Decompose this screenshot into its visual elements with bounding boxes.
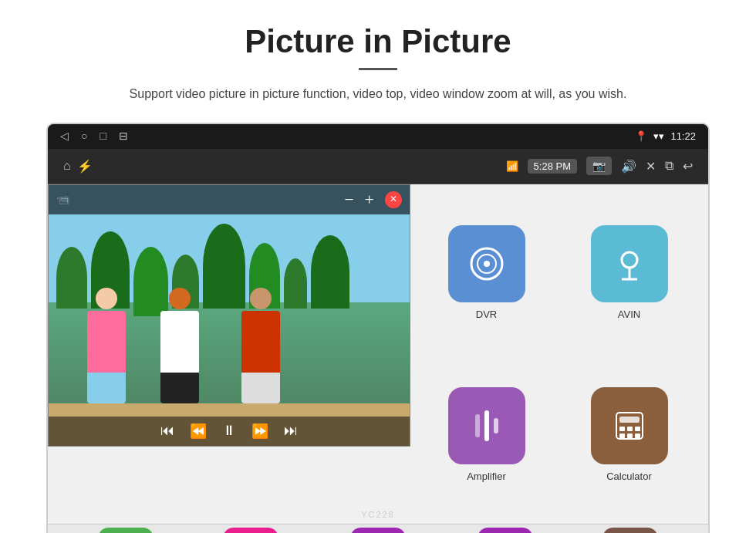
bottom-shelf: Netflix SiriusXM [48,524,708,533]
app-calculator[interactable]: Calculator [565,362,693,508]
svg-point-3 [622,252,637,268]
status-time: 11:22 [670,130,696,142]
pip-header: 📹 − + ✕ [49,185,410,214]
svg-rect-6 [475,414,480,437]
svg-rect-8 [494,418,498,433]
app-grid: DVR AVIN [407,184,708,524]
rewind-btn[interactable]: ⏪ [190,423,207,440]
page-subtitle: Support video picture in picture functio… [46,84,710,104]
shelf-siriusxm[interactable]: SiriusXM [223,528,278,533]
shelf-wheelkey[interactable]: Wheelkey Study [347,528,408,533]
shelf-amplifier[interactable]: Amplifier [478,528,533,533]
skip-next-btn[interactable]: ⏭ [284,423,298,439]
dvr-label: DVR [476,309,497,320]
wheelkey-shelf-icon [350,528,406,533]
pip-video-icon: 📹 [56,193,69,206]
pip-icon[interactable]: ⧉ [665,159,673,173]
skip-prev-btn[interactable]: ⏮ [160,423,174,439]
amplifier-icon [448,387,525,464]
svg-rect-14 [619,433,625,438]
car-time: 5:28 PM [528,159,577,174]
svg-rect-12 [627,427,633,431]
pip-plus-btn[interactable]: + [365,190,374,210]
app-dvr[interactable]: DVR [423,200,550,346]
calculator-shelf-icon [602,528,658,533]
video-person-1 [87,288,126,403]
video-controls: ⏮ ⏪ ⏸ ⏩ ⏭ [49,417,410,446]
car-nav-left: ⌂ ⚡ [63,159,93,174]
back-nav-icon[interactable]: ◁ [60,130,69,143]
page-title: Picture in Picture [46,23,710,60]
status-right: 📍 ▾▾ 11:22 [635,130,696,142]
pip-minus-btn[interactable]: − [344,190,353,210]
wifi-signal-icon: 📶 [506,160,518,172]
dvr-icon [448,225,525,302]
app-avin[interactable]: AVIN [565,200,693,346]
home-nav-icon[interactable]: ○ [81,130,87,143]
apps-nav-icon[interactable]: ⊟ [119,130,128,143]
calculator-label: Calculator [606,471,652,482]
device-frame: ◁ ○ □ ⊟ 📍 ▾▾ 11:22 ⌂ ⚡ 📶 5:28 PM 📷 [46,123,710,533]
video-person-3 [241,288,280,403]
avin-label: AVIN [618,309,640,320]
usb-icon: ⚡ [77,159,93,174]
car-nav-right: 📶 5:28 PM 📷 🔊 ✕ ⧉ ↩ [506,157,693,175]
car-nav-bar: ⌂ ⚡ 📶 5:28 PM 📷 🔊 ✕ ⧉ ↩ [48,149,708,184]
video-pip[interactable]: 📹 − + ✕ [48,184,410,447]
app-amplifier[interactable]: Amplifier [423,362,550,508]
svg-rect-16 [635,433,640,438]
svg-rect-7 [484,410,489,441]
play-pause-btn[interactable]: ⏸ [222,423,236,439]
netflix-shelf-icon [98,528,154,533]
video-content: ⏮ ⏪ ⏸ ⏩ ⏭ [49,185,410,446]
fast-fwd-btn[interactable]: ⏩ [251,423,268,440]
svg-rect-15 [627,433,633,438]
shelf-calculator[interactable]: Calculator [602,528,658,533]
wifi-icon: ▾▾ [653,130,664,142]
shelf-netflix[interactable]: Netflix [98,528,154,533]
status-left: ◁ ○ □ ⊟ [60,130,128,143]
amplifier-shelf-icon [478,528,533,533]
pip-header-controls: − + ✕ [344,190,402,210]
android-status-bar: ◁ ○ □ ⊟ 📍 ▾▾ 11:22 [48,124,708,149]
amplifier-label: Amplifier [467,471,506,482]
svg-rect-10 [619,417,640,423]
pip-close-btn[interactable]: ✕ [385,191,402,208]
location-icon: 📍 [635,130,647,142]
volume-icon[interactable]: 🔊 [621,159,636,174]
page-container: Picture in Picture Support video picture… [0,0,756,533]
return-icon[interactable]: ↩ [683,159,693,174]
camera-icon[interactable]: 📷 [586,157,612,175]
calculator-icon [591,387,668,464]
svg-rect-13 [635,427,640,431]
siriusxm-shelf-icon [223,528,278,533]
home-icon[interactable]: ⌂ [63,159,71,173]
video-person-2 [160,288,199,403]
title-divider [359,68,397,70]
recent-nav-icon[interactable]: □ [100,130,106,143]
screen-main: 📹 − + ✕ [48,184,708,524]
svg-point-2 [484,261,490,267]
avin-icon [591,225,668,302]
svg-rect-11 [619,427,625,431]
watermark: YC228 [361,510,395,519]
close-icon[interactable]: ✕ [646,159,656,174]
